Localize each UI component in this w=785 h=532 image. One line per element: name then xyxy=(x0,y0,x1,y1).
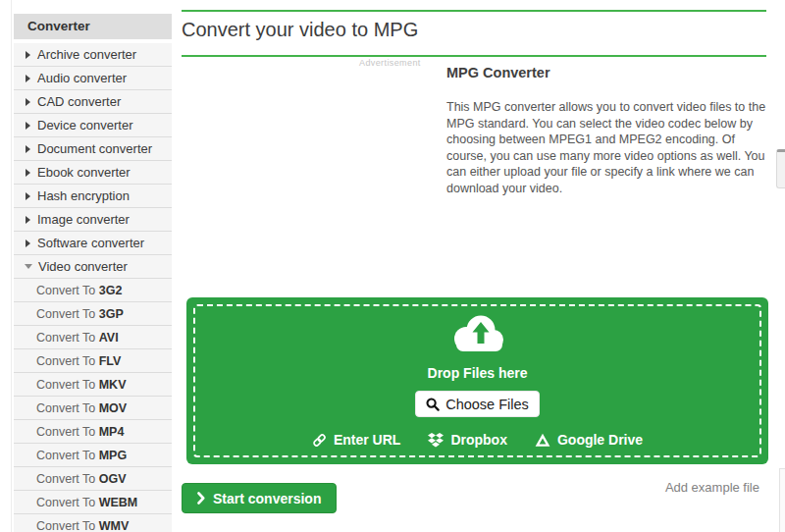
enter-url-button[interactable]: Enter URL xyxy=(312,432,400,448)
sidebar-item-convert-to-avi[interactable]: Convert To AVI xyxy=(14,326,172,349)
sidebar-item-hash-encryption[interactable]: Hash encryption xyxy=(14,185,172,208)
sidebar-item-software-converter[interactable]: Software converter xyxy=(14,232,172,255)
dropbox-button[interactable]: Dropbox xyxy=(428,432,507,448)
dropbox-icon xyxy=(428,433,444,448)
top-divider xyxy=(182,10,766,12)
sidebar-item-convert-to-flv[interactable]: Convert To FLV xyxy=(14,349,172,373)
converter-description: MPG Converter This MPG converter allows … xyxy=(446,65,772,197)
choose-files-label: Choose Files xyxy=(445,397,529,412)
sidebar-item-convert-to-mov[interactable]: Convert To MOV xyxy=(14,397,172,420)
caret-right-icon xyxy=(26,75,30,82)
sidebar-item-cad-converter[interactable]: CAD converter xyxy=(14,90,172,114)
sidebar-item-convert-to-ogv[interactable]: Convert To OGV xyxy=(14,467,172,491)
sidebar-item-document-converter[interactable]: Document converter xyxy=(14,137,172,161)
title-underline xyxy=(182,55,766,57)
sidebar-item-image-converter[interactable]: Image converter xyxy=(14,208,172,232)
sidebar-item-video-converter[interactable]: Video converter xyxy=(14,255,172,279)
caret-right-icon xyxy=(26,51,30,59)
sidebar-item-convert-to-webm[interactable]: Convert To WEBM xyxy=(14,491,172,514)
caret-right-icon xyxy=(26,239,30,247)
converter-description-text: This MPG converter allows you to convert… xyxy=(446,99,772,197)
search-icon xyxy=(426,398,440,411)
sidebar-item-convert-to-mp4[interactable]: Convert To MP4 xyxy=(14,420,172,444)
sidebar-item-audio-converter[interactable]: Audio converter xyxy=(14,67,172,90)
sidebar-item-convert-to-3gp[interactable]: Convert To 3GP xyxy=(14,302,172,326)
file-dropzone[interactable]: Drop Files here Choose Files Enter URL xyxy=(186,297,768,464)
upload-source-row: Enter URL Dropbox Google Drive xyxy=(312,432,643,448)
right-edge-fragment xyxy=(779,468,785,532)
sidebar-item-device-converter[interactable]: Device converter xyxy=(14,114,172,137)
sidebar-item-convert-to-mkv[interactable]: Convert To MKV xyxy=(14,373,172,397)
page-title: Convert your video to MPG xyxy=(182,19,418,41)
add-example-file-link[interactable]: Add example file xyxy=(665,480,759,495)
link-icon xyxy=(312,433,327,448)
choose-files-button[interactable]: Choose Files xyxy=(415,391,540,417)
sidebar-item-ebook-converter[interactable]: Ebook converter xyxy=(14,161,172,185)
sidebar-item-convert-to-mpg[interactable]: Convert To MPG xyxy=(14,444,172,467)
caret-right-icon xyxy=(26,98,30,106)
chevron-right-icon xyxy=(197,492,205,505)
converter-sidebar: Converter Archive converter Audio conver… xyxy=(14,14,172,532)
main-content: Convert your video to MPG Advertisement … xyxy=(182,0,768,532)
google-drive-button[interactable]: Google Drive xyxy=(535,432,643,448)
sidebar-item-convert-to-wmv[interactable]: Convert To WMV xyxy=(14,514,172,532)
caret-right-icon xyxy=(26,169,30,177)
start-conversion-label: Start conversion xyxy=(213,491,321,506)
caret-right-icon xyxy=(26,216,30,224)
right-edge-tab xyxy=(776,149,785,188)
start-conversion-button[interactable]: Start conversion xyxy=(182,483,337,513)
caret-right-icon xyxy=(26,122,30,130)
caret-right-icon xyxy=(26,145,30,153)
caret-right-icon xyxy=(26,192,30,200)
page-left-divider xyxy=(11,0,12,532)
sidebar-item-archive-converter[interactable]: Archive converter xyxy=(14,43,172,67)
sidebar-category-list: Archive converter Audio converter CAD co… xyxy=(14,43,172,279)
sidebar-item-convert-to-3g2[interactable]: Convert To 3G2 xyxy=(14,279,172,302)
converter-description-heading: MPG Converter xyxy=(446,65,772,80)
drop-files-label: Drop Files here xyxy=(428,365,528,381)
google-drive-icon xyxy=(535,433,550,448)
sidebar-subitem-list: Convert To 3G2 Convert To 3GP Convert To… xyxy=(14,279,172,532)
advertisement-label: Advertisement xyxy=(359,58,421,68)
caret-down-icon xyxy=(25,264,32,269)
cloud-upload-icon xyxy=(450,313,505,352)
sidebar-header: Converter xyxy=(14,14,172,39)
